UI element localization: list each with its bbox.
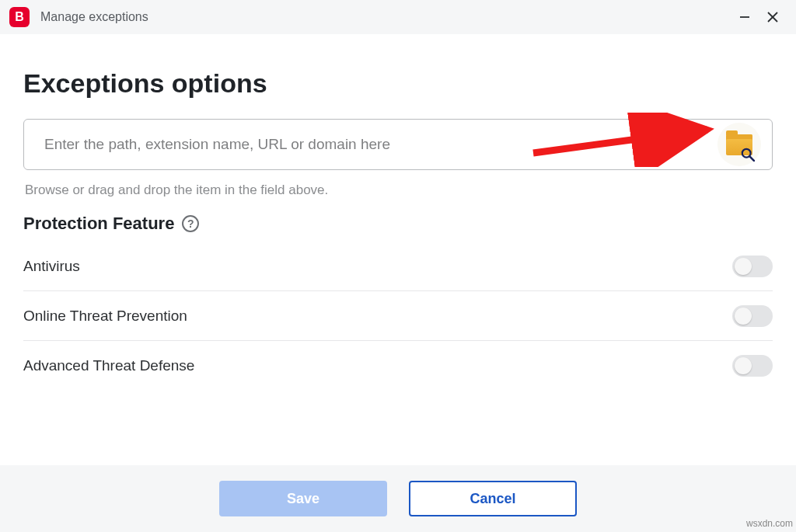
feature-row-online-threat: Online Threat Prevention — [23, 291, 773, 341]
feature-row-advanced-threat: Advanced Threat Defense — [23, 341, 773, 391]
window-title: Manage exceptions — [40, 10, 148, 24]
input-hint: Browse or drag and drop the item in the … — [25, 183, 773, 198]
browse-button[interactable] — [717, 123, 761, 166]
toggle-online-threat[interactable] — [732, 305, 773, 327]
magnifier-icon — [741, 148, 755, 162]
help-icon[interactable]: ? — [182, 215, 199, 232]
feature-row-antivirus: Antivirus — [23, 242, 773, 291]
close-button[interactable] — [759, 5, 787, 29]
path-input-row — [23, 119, 773, 170]
watermark: wsxdn.com — [746, 518, 793, 529]
page-title: Exceptions options — [23, 68, 773, 99]
section-label: Protection Feature — [23, 214, 174, 234]
section-header: Protection Feature ? — [23, 214, 773, 234]
feature-label: Antivirus — [23, 258, 80, 275]
minimize-button[interactable] — [731, 5, 759, 29]
path-input[interactable] — [43, 135, 717, 154]
save-button[interactable]: Save — [219, 481, 387, 516]
content-area: Exceptions options Browse or drag and dr… — [0, 34, 796, 391]
toggle-advanced-threat[interactable] — [732, 355, 773, 377]
cancel-button[interactable]: Cancel — [409, 481, 577, 516]
app-logo: B — [9, 7, 30, 27]
toggle-antivirus[interactable] — [732, 256, 773, 277]
footer: Save Cancel — [0, 465, 796, 532]
titlebar: B Manage exceptions — [0, 0, 796, 34]
svg-line-4 — [750, 157, 754, 161]
feature-label: Advanced Threat Defense — [23, 357, 194, 374]
feature-label: Online Threat Prevention — [23, 308, 187, 325]
